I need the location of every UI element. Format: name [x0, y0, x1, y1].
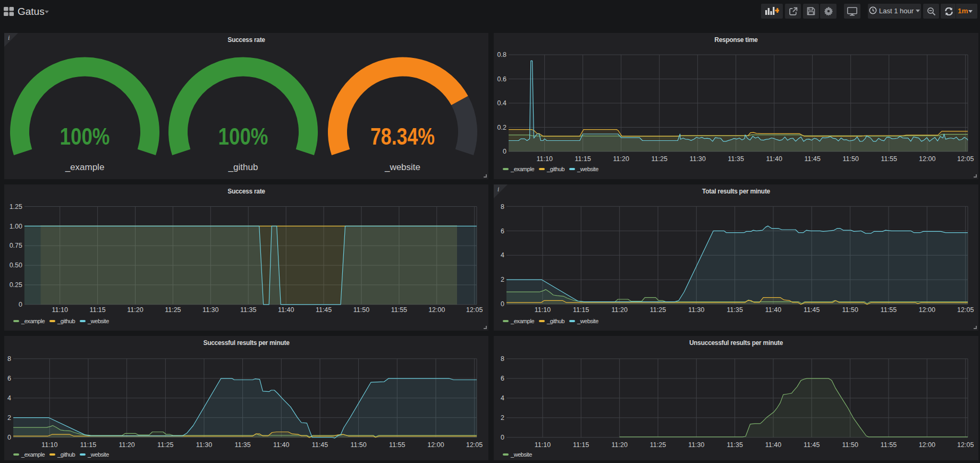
svg-text:11:35: 11:35: [240, 306, 256, 314]
svg-text:11:20: 11:20: [612, 306, 628, 314]
svg-text:12:00: 12:00: [919, 155, 935, 163]
svg-text:11:35: 11:35: [727, 441, 743, 449]
svg-text:100%: 100%: [60, 123, 110, 150]
svg-text:11:50: 11:50: [350, 441, 366, 449]
svg-text:0.25: 0.25: [10, 281, 22, 289]
svg-text:6: 6: [7, 375, 11, 382]
svg-text:11:20: 11:20: [612, 441, 628, 449]
svg-text:2: 2: [501, 414, 504, 422]
svg-text:11:15: 11:15: [80, 441, 96, 449]
svg-text:6: 6: [501, 228, 504, 235]
svg-text:12:00: 12:00: [919, 306, 935, 314]
svg-text:8: 8: [501, 355, 504, 363]
svg-text:11:20: 11:20: [127, 306, 143, 314]
svg-text:12:00: 12:00: [428, 306, 445, 314]
svg-text:78.34%: 78.34%: [370, 123, 435, 150]
svg-text:11:45: 11:45: [312, 441, 328, 449]
svg-text:11:55: 11:55: [389, 441, 405, 449]
svg-text:11:40: 11:40: [765, 306, 781, 314]
svg-text:11:45: 11:45: [804, 306, 820, 314]
svg-text:12:05: 12:05: [466, 306, 483, 314]
svg-text:6: 6: [501, 375, 504, 382]
svg-text:11:55: 11:55: [391, 306, 407, 314]
svg-text:11:45: 11:45: [805, 155, 821, 163]
svg-text:8: 8: [7, 355, 11, 363]
svg-text:8: 8: [501, 203, 504, 211]
svg-text:0.6: 0.6: [497, 75, 506, 83]
svg-text:11:30: 11:30: [690, 155, 706, 163]
svg-text:11:30: 11:30: [196, 441, 212, 449]
svg-text:11:25: 11:25: [650, 441, 666, 449]
svg-text:11:15: 11:15: [575, 155, 591, 163]
svg-text:_website: _website: [384, 162, 420, 172]
svg-text:11:40: 11:40: [278, 306, 294, 314]
svg-text:11:10: 11:10: [535, 441, 551, 449]
svg-text:11:55: 11:55: [881, 306, 897, 314]
svg-text:11:10: 11:10: [537, 155, 553, 163]
svg-text:11:55: 11:55: [881, 155, 897, 163]
svg-text:12:05: 12:05: [957, 155, 974, 163]
svg-text:12:05: 12:05: [466, 441, 483, 449]
svg-text:11:55: 11:55: [881, 441, 897, 449]
svg-text:11:50: 11:50: [353, 306, 369, 314]
svg-text:11:50: 11:50: [842, 441, 858, 449]
svg-text:11:25: 11:25: [165, 306, 181, 314]
svg-text:11:10: 11:10: [41, 441, 57, 449]
svg-text:11:20: 11:20: [119, 441, 134, 449]
svg-text:11:40: 11:40: [273, 441, 289, 449]
svg-text:11:45: 11:45: [804, 441, 820, 449]
svg-text:11:25: 11:25: [650, 306, 666, 314]
svg-text:0.4: 0.4: [497, 99, 506, 107]
svg-text:_github: _github: [228, 162, 258, 172]
svg-text:0: 0: [501, 300, 504, 308]
svg-text:11:50: 11:50: [843, 155, 859, 163]
svg-text:_example: _example: [65, 162, 105, 172]
svg-text:11:40: 11:40: [765, 441, 781, 449]
svg-text:12:00: 12:00: [919, 441, 935, 449]
svg-text:11:15: 11:15: [573, 441, 589, 449]
svg-text:11:10: 11:10: [535, 306, 551, 314]
svg-text:11:25: 11:25: [652, 155, 668, 163]
svg-text:12:00: 12:00: [427, 441, 444, 449]
svg-text:11:10: 11:10: [52, 306, 68, 314]
svg-text:0: 0: [503, 148, 506, 155]
svg-text:11:35: 11:35: [728, 155, 744, 163]
svg-text:4: 4: [501, 394, 504, 402]
svg-text:11:40: 11:40: [766, 155, 782, 163]
svg-text:12:05: 12:05: [957, 306, 974, 314]
svg-text:0.50: 0.50: [10, 262, 22, 269]
svg-text:11:15: 11:15: [573, 306, 589, 314]
svg-text:0: 0: [7, 434, 11, 441]
svg-text:11:35: 11:35: [727, 306, 743, 314]
svg-text:2: 2: [501, 276, 504, 283]
svg-text:11:25: 11:25: [157, 441, 173, 449]
svg-text:0.75: 0.75: [10, 242, 22, 249]
svg-text:0: 0: [501, 434, 504, 441]
svg-text:11:30: 11:30: [202, 306, 218, 314]
svg-text:4: 4: [7, 394, 11, 402]
svg-text:12:05: 12:05: [957, 441, 974, 449]
svg-text:11:30: 11:30: [688, 306, 704, 314]
svg-text:0.8: 0.8: [497, 51, 506, 58]
svg-text:11:20: 11:20: [613, 155, 629, 163]
svg-text:1.25: 1.25: [10, 203, 22, 211]
svg-text:11:50: 11:50: [842, 306, 858, 314]
svg-text:2: 2: [7, 414, 11, 422]
svg-text:11:15: 11:15: [89, 306, 105, 314]
svg-text:11:30: 11:30: [688, 441, 704, 449]
svg-text:1.00: 1.00: [10, 223, 22, 230]
svg-text:0: 0: [19, 301, 22, 308]
svg-text:11:35: 11:35: [234, 441, 250, 449]
svg-text:100%: 100%: [218, 123, 268, 150]
svg-text:11:45: 11:45: [316, 306, 332, 314]
svg-text:0.2: 0.2: [497, 124, 506, 131]
svg-text:4: 4: [501, 251, 504, 259]
